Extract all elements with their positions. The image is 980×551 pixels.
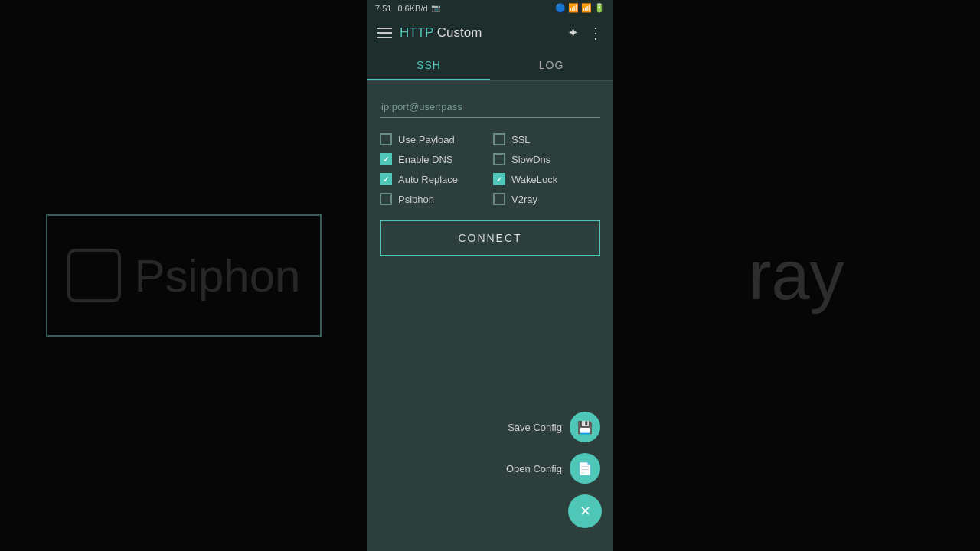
label-psiphon: Psiphon [398, 194, 434, 205]
checkbox-enable-dns[interactable] [380, 153, 392, 165]
checkbox-slowdns[interactable] [493, 153, 505, 165]
star-icon[interactable]: ✦ [567, 24, 579, 41]
hamburger-menu[interactable] [377, 28, 392, 38]
status-time: 7:51 [375, 4, 391, 13]
options-grid: Use Payload SSL Enable DNS SlowDns Auto … [380, 133, 600, 205]
label-use-payload: Use Payload [398, 134, 455, 145]
app-title: HTTP Custom [400, 25, 482, 41]
app-title-http: HTTP [400, 25, 433, 40]
bg-brand: Psiphon [0, 0, 368, 551]
option-enable-dns: Enable DNS [380, 153, 487, 165]
checkbox-ssl[interactable] [493, 133, 505, 145]
option-ssl: SSL [493, 133, 600, 145]
tab-ssh[interactable]: SSH [368, 50, 490, 80]
content-area: Use Payload SSL Enable DNS SlowDns Auto … [368, 81, 612, 551]
save-config-label: Save Config [508, 422, 562, 433]
tab-log[interactable]: LOG [490, 50, 612, 80]
option-wakelock: WakeLock [493, 173, 600, 185]
bluetooth-icon: 🔵 [555, 3, 566, 13]
save-icon: 💾 [577, 420, 593, 435]
bg-brand-icon [67, 249, 121, 302]
connect-button[interactable]: CONNECT [380, 220, 600, 256]
option-v2ray: V2ray [493, 193, 600, 205]
label-enable-dns: Enable DNS [398, 154, 453, 165]
option-use-payload: Use Payload [380, 133, 487, 145]
option-slowdns: SlowDns [493, 153, 600, 165]
label-v2ray: V2ray [511, 194, 537, 205]
phone-frame: 7:51 0.6KB/d 📷 🔵 📶 📶 🔋 HTTP Custom ✦ ⋮ [368, 0, 612, 551]
tabs: SSH LOG [368, 50, 612, 81]
checkbox-auto-replace[interactable] [380, 173, 392, 185]
label-slowdns: SlowDns [511, 154, 550, 165]
fab-area: Save Config 💾 Open Config 📄 ✕ [506, 412, 600, 528]
right-panel: ray [612, 0, 980, 551]
open-icon: 📄 [577, 461, 593, 476]
label-wakelock: WakeLock [511, 174, 557, 185]
wifi-icon: 📶 [568, 3, 579, 13]
app-bar-left: HTTP Custom [377, 25, 482, 41]
app-bar-right: ✦ ⋮ [567, 24, 603, 42]
label-ssl: SSL [511, 134, 531, 145]
checkbox-use-payload[interactable] [380, 133, 392, 145]
app-title-custom: Custom [433, 25, 482, 40]
status-data: 0.6KB/d [397, 4, 427, 13]
status-left: 7:51 0.6KB/d 📷 [375, 4, 440, 13]
status-bar: 7:51 0.6KB/d 📷 🔵 📶 📶 🔋 [368, 0, 612, 16]
signal-icon: 📶 [581, 3, 592, 13]
close-icon: ✕ [580, 503, 591, 520]
checkbox-v2ray[interactable] [493, 193, 505, 205]
status-camera-icon: 📷 [431, 4, 440, 12]
fab-close-button[interactable]: ✕ [568, 494, 602, 528]
open-config-label: Open Config [506, 463, 562, 474]
more-options-icon[interactable]: ⋮ [588, 24, 603, 42]
open-config-button[interactable]: 📄 [570, 453, 600, 484]
save-config-button[interactable]: 💾 [570, 412, 600, 442]
bg-brand-text: Psiphon [135, 249, 301, 302]
option-psiphon: Psiphon [380, 193, 487, 205]
option-auto-replace: Auto Replace [380, 173, 487, 185]
checkbox-wakelock[interactable] [493, 173, 505, 185]
server-input[interactable] [380, 96, 600, 118]
checkbox-psiphon[interactable] [380, 193, 392, 205]
app-bar: HTTP Custom ✦ ⋮ [368, 16, 612, 50]
server-input-container [380, 96, 600, 118]
battery-icon: 🔋 [594, 3, 605, 13]
fab-save-config: Save Config 💾 [508, 412, 600, 442]
fab-open-config: Open Config 📄 [506, 453, 600, 484]
bg-right-text: ray [748, 236, 844, 315]
label-auto-replace: Auto Replace [398, 174, 458, 185]
status-right: 🔵 📶 📶 🔋 [555, 3, 605, 13]
